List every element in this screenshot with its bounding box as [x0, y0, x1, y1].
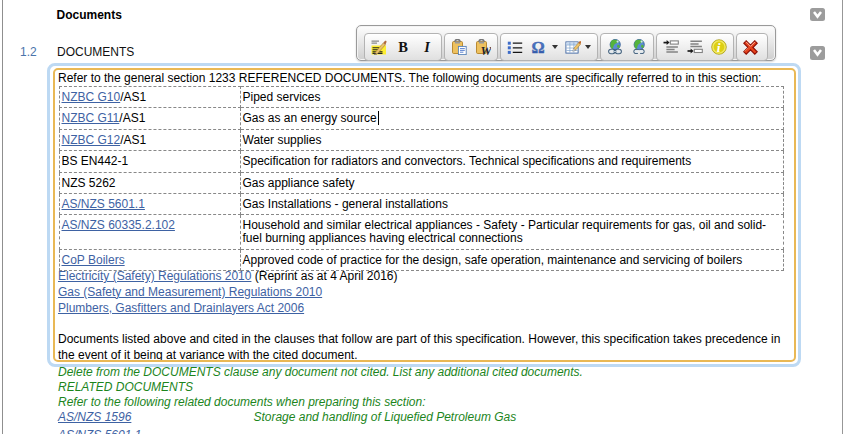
- svg-text:W: W: [481, 44, 491, 55]
- svg-text:i: i: [717, 40, 721, 55]
- svg-text:Ω: Ω: [531, 39, 544, 55]
